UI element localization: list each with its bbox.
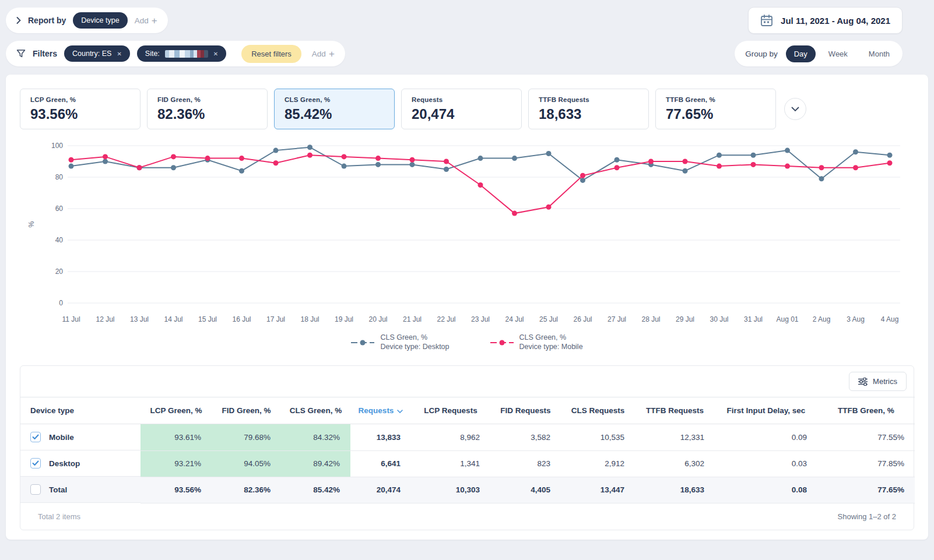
filters-bar: Filters Country: ES ✕ Site: ✕ Reset filt… [0, 41, 934, 66]
metric-card-ttfb-requests[interactable]: TTFB Requests 18,633 [528, 89, 649, 129]
column-header-lcp-green[interactable]: LCP Green, % [141, 397, 212, 424]
add-filter-button[interactable]: Add+ [312, 49, 335, 59]
svg-text:25 Jul: 25 Jul [539, 315, 558, 323]
reset-filters-button[interactable]: Reset filters [241, 45, 301, 63]
svg-text:Aug 01: Aug 01 [776, 315, 798, 323]
column-header-requests[interactable]: Requests [350, 397, 411, 424]
total-row: Total93.56%82.36%85.42%20,47410,3034,405… [20, 477, 915, 503]
svg-text:27 Jul: 27 Jul [608, 315, 626, 323]
legend-series-subtitle: Device type: Mobile [519, 343, 583, 352]
svg-text:19 Jul: 19 Jul [335, 315, 353, 323]
column-header-cls-green[interactable]: CLS Green, % [281, 397, 350, 424]
close-icon[interactable]: ✕ [213, 51, 218, 57]
metric-cell: 79.68% [212, 424, 281, 451]
metric-card-requests[interactable]: Requests 20,474 [401, 89, 522, 129]
add-dimension-button[interactable]: Add+ [135, 16, 157, 26]
metric-cell: 13,447 [561, 477, 635, 503]
metric-cell: 2,912 [561, 450, 635, 477]
metric-cell: 93.61% [141, 424, 212, 451]
filter-pill-country[interactable]: Country: ES ✕ [64, 45, 130, 62]
svg-text:22 Jul: 22 Jul [437, 315, 455, 323]
row-checkbox[interactable] [30, 484, 41, 495]
svg-text:26 Jul: 26 Jul [573, 315, 592, 323]
metric-cell: 89.42% [281, 450, 350, 477]
metric-card-lcp-green[interactable]: LCP Green, % 93.56% [20, 89, 141, 129]
expand-metrics-button[interactable] [784, 98, 806, 120]
chevron-right-icon[interactable] [16, 17, 21, 24]
chart-legend: CLS Green, % Device type: Desktop CLS Gr… [20, 333, 914, 351]
row-label: Total [49, 485, 67, 494]
group-by-option-day[interactable]: Day [786, 45, 816, 62]
row-checkbox[interactable] [30, 432, 41, 442]
data-table-container: Metrics Device typeLCP Green, %FID Green… [20, 365, 914, 530]
metric-cell: 0.08 [715, 477, 817, 503]
column-header-lcp-requests[interactable]: LCP Requests [411, 397, 490, 424]
pagination-label: Showing 1–2 of 2 [838, 512, 896, 521]
metric-cell: 77.85% [817, 450, 915, 477]
metric-cell: 82.36% [212, 477, 281, 503]
group-by-option-month[interactable]: Month [861, 45, 898, 62]
top-bar: Report by Device type Add+ Jul 11, 2021 … [0, 0, 934, 34]
metric-cards-row: LCP Green, % 93.56% FID Green, % 82.36% … [20, 89, 914, 129]
row-checkbox[interactable] [30, 458, 41, 469]
report-by-container: Report by Device type Add+ [6, 8, 168, 33]
group-by-container: Group by Day Week Month [735, 41, 903, 66]
table-header-row: Device typeLCP Green, %FID Green, %CLS G… [20, 397, 915, 424]
svg-text:40: 40 [55, 236, 64, 244]
svg-text:28 Jul: 28 Jul [641, 315, 660, 323]
device-type-cell: Mobile [20, 424, 141, 450]
column-header-fid-requests[interactable]: FID Requests [490, 397, 561, 424]
column-header-first-input-delay-sec[interactable]: First Input Delay, sec [715, 397, 817, 424]
column-header-device-type[interactable]: Device type [20, 397, 141, 424]
checkmark-icon [32, 460, 39, 466]
metric-cell: 13,833 [350, 424, 411, 451]
metric-label: TTFB Green, % [666, 96, 766, 103]
svg-text:20 Jul: 20 Jul [368, 315, 387, 323]
column-header-fid-green[interactable]: FID Green, % [212, 397, 281, 424]
metric-cell: 4,405 [490, 477, 561, 503]
add-label: Add [135, 16, 149, 25]
legend-marker-mobile-icon [490, 339, 514, 346]
metric-cell: 94.05% [212, 450, 281, 477]
metric-cell: 77.65% [817, 477, 915, 503]
metric-value: 77.65% [666, 106, 766, 122]
svg-text:15 Jul: 15 Jul [198, 315, 217, 323]
column-header-ttfb-requests[interactable]: TTFB Requests [635, 397, 715, 424]
filter-pill-site[interactable]: Site: ✕ [137, 45, 226, 62]
dashboard-card: LCP Green, % 93.56% FID Green, % 82.36% … [6, 75, 928, 540]
legend-item-desktop[interactable]: CLS Green, % Device type: Desktop [351, 333, 449, 351]
svg-text:80: 80 [55, 173, 64, 181]
metric-value: 82.36% [157, 106, 257, 122]
table-row-desktop: Desktop93.21%94.05%89.42%6,6411,3418232,… [20, 450, 915, 477]
report-by-dimension-pill[interactable]: Device type [73, 12, 127, 29]
metric-card-cls-green[interactable]: CLS Green, % 85.42% [274, 89, 395, 129]
svg-text:24 Jul: 24 Jul [505, 315, 524, 323]
date-range-picker[interactable]: Jul 11, 2021 - Aug 04, 2021 [748, 7, 903, 34]
filters-label: Filters [33, 49, 57, 58]
column-header-cls-requests[interactable]: CLS Requests [561, 397, 635, 424]
column-header-ttfb-green[interactable]: TTFB Green, % [817, 397, 915, 424]
metric-value: 20,474 [412, 106, 511, 122]
metric-value: 18,633 [539, 106, 638, 122]
svg-text:23 Jul: 23 Jul [471, 315, 490, 323]
svg-text:29 Jul: 29 Jul [676, 315, 694, 323]
report-by-label: Report by [28, 16, 66, 25]
metrics-button[interactable]: Metrics [849, 372, 907, 391]
metric-cell: 0.09 [715, 424, 817, 451]
metric-cell: 93.21% [141, 450, 212, 477]
svg-text:31 Jul: 31 Jul [744, 315, 763, 323]
metric-cell: 0.03 [715, 450, 817, 477]
group-by-option-week[interactable]: Week [820, 45, 856, 62]
plus-icon: + [152, 16, 157, 26]
metric-card-fid-green[interactable]: FID Green, % 82.36% [147, 89, 268, 129]
legend-item-mobile[interactable]: CLS Green, % Device type: Mobile [490, 333, 583, 351]
close-icon[interactable]: ✕ [117, 51, 121, 57]
svg-text:18 Jul: 18 Jul [300, 315, 319, 323]
svg-text:12 Jul: 12 Jul [96, 315, 114, 323]
svg-text:100: 100 [51, 142, 63, 150]
table-footer: Total 2 items Showing 1–2 of 2 [20, 503, 914, 530]
cls-green-line-chart[interactable]: 100806040200%11 Jul12 Jul13 Jul14 Jul15 … [20, 138, 914, 331]
legend-series-subtitle: Device type: Desktop [380, 343, 449, 352]
metric-value: 85.42% [285, 106, 384, 122]
metric-card-ttfb-green[interactable]: TTFB Green, % 77.65% [655, 89, 776, 129]
